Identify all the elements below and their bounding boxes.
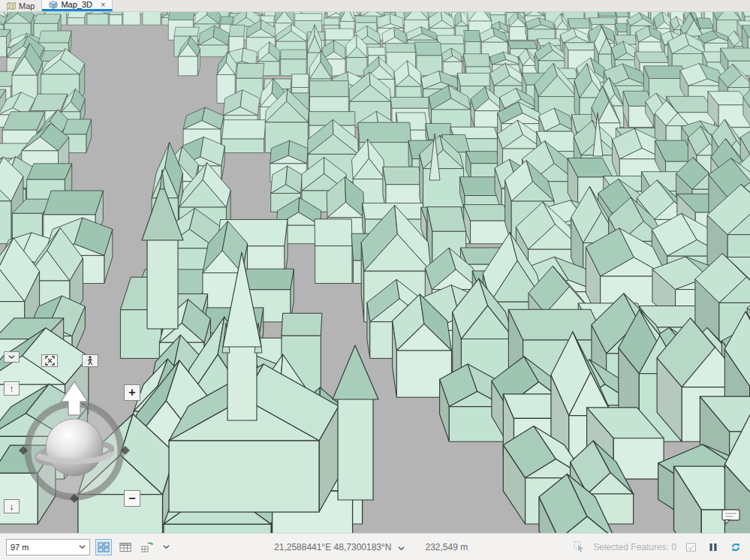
arcgis-scene-window: { "tabbar": { "tabs": [ { "label": "Map"…: [0, 0, 750, 560]
expand-arrows-icon: [45, 356, 55, 366]
table-refresh-icon[interactable]: [139, 539, 155, 555]
scene-3d-icon: [49, 1, 58, 9]
attribute-table-icon[interactable]: [117, 539, 134, 555]
speech-bubble-icon: [721, 509, 741, 525]
elevation-readout: 232,549 m: [425, 542, 468, 552]
chevron-down-icon: [8, 355, 15, 359]
refresh-view-icon[interactable]: [727, 539, 744, 555]
selected-features-label: Selected Features: 0: [593, 542, 676, 552]
coordinates-readout: 21,2588441°E 48,7300183°N: [274, 542, 391, 552]
walk-mode-button[interactable]: [82, 354, 98, 367]
coordinate-system-dropdown[interactable]: [398, 542, 405, 552]
scale-combobox[interactable]: 97 m: [6, 539, 90, 555]
zoom-in-button[interactable]: +: [124, 384, 140, 401]
notification-bubble-button[interactable]: [721, 509, 741, 528]
tab-label: Map: [19, 2, 35, 11]
status-bar: 97 m: [0, 533, 750, 560]
tab-label: Map_3D: [61, 0, 92, 9]
tab-map-3d[interactable]: Map_3D ×: [42, 0, 113, 11]
scene-viewport[interactable]: ↑ ↓ + −: [0, 12, 750, 533]
walking-person-icon: [86, 356, 94, 366]
scene-navigator[interactable]: [17, 368, 132, 515]
selection-navigate-icon[interactable]: [682, 539, 699, 555]
pan-down-button[interactable]: ↓: [4, 499, 20, 513]
chevron-down-icon: [398, 546, 405, 550]
tab-map[interactable]: Map: [0, 0, 42, 11]
view-tab-bar: Map Map_3D ×: [0, 0, 750, 12]
select-features-icon[interactable]: [571, 539, 587, 555]
close-tab-icon[interactable]: ×: [101, 1, 105, 9]
full-extent-button[interactable]: [41, 354, 58, 367]
zoom-out-button[interactable]: −: [124, 490, 140, 507]
map-grid-toggle[interactable]: [95, 539, 112, 555]
pan-up-button[interactable]: ↑: [4, 381, 20, 396]
navigator-sphere[interactable]: [46, 419, 103, 476]
scale-value: 97 m: [11, 543, 29, 552]
pause-drawing-icon[interactable]: [705, 539, 721, 555]
chevron-down-icon[interactable]: [161, 539, 171, 555]
chevron-down-icon: [79, 545, 86, 549]
collapse-navigator-button[interactable]: [4, 351, 20, 363]
map-2d-icon: [7, 2, 16, 10]
